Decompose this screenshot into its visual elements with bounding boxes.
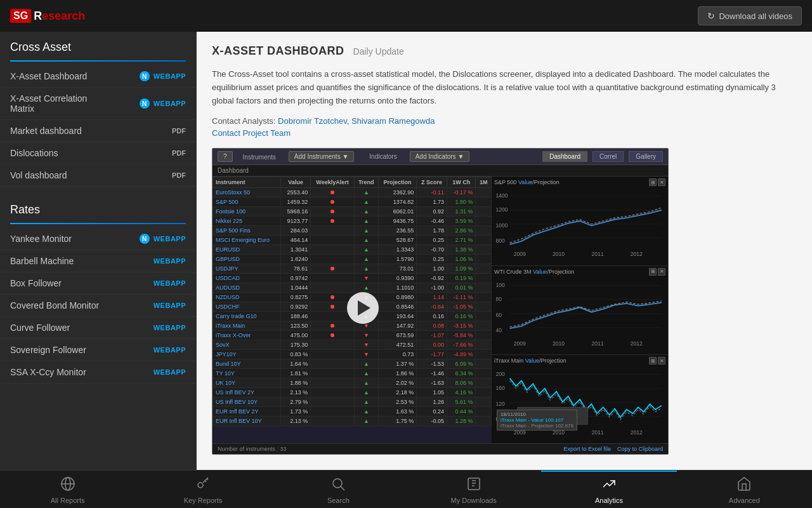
nav-key-reports-label: Key Reports xyxy=(184,497,223,504)
cell-alert xyxy=(311,226,355,236)
nav-analytics[interactable]: Analytics xyxy=(541,471,676,508)
dash-charts: S&P 500 Value/Projection ⊞ ✕ 1400 1200 1… xyxy=(492,177,668,443)
cell-zscore: 1.05 xyxy=(417,388,447,398)
cell-trend: ▲ xyxy=(354,407,378,417)
content-description: The Cross-Asset tool contains a cross-as… xyxy=(212,68,797,107)
sidebar-item-xasset-correlation[interactable]: X-Asset CorrelationMatrix N WEBAPP xyxy=(0,88,196,120)
chart2-close[interactable]: ✕ xyxy=(658,268,665,276)
cell-value: 2.13 % xyxy=(280,388,310,398)
cell-value: 475.00 xyxy=(280,331,310,340)
col-instrument: Instrument xyxy=(213,177,281,188)
cell-trend: ▲ xyxy=(354,264,378,274)
sidebar-item-dislocations[interactable]: Dislocations PDF xyxy=(0,142,196,164)
cell-instrument: USDJPY xyxy=(213,264,281,274)
cell-instrument: S&P 500 xyxy=(213,197,281,207)
chart3-expand[interactable]: ⊞ xyxy=(649,357,657,364)
sidebar-item-covered-bond[interactable]: Covered Bond Monitor WEBAPP xyxy=(0,295,196,317)
sidebar-item-vol-dashboard[interactable]: Vol dashboard PDF xyxy=(0,164,196,187)
webapp-badge-5: WEBAPP xyxy=(154,279,186,287)
sidebar-item-sovereign-follower[interactable]: Sovereign Follower WEBAPP xyxy=(0,339,196,361)
nav-my-downloads[interactable]: My Downloads xyxy=(406,471,541,508)
cell-value: 1.0444 xyxy=(280,283,310,293)
pdf-badge-2: PDF xyxy=(172,149,186,157)
cell-1m xyxy=(476,331,492,340)
chart-sp500-svg: 1400 1200 1000 800 2009 2010 2011 2012 xyxy=(494,187,665,260)
sidebar-item-yankee-monitor[interactable]: Yankee Monitor N WEBAPP xyxy=(0,228,196,250)
cell-value: 284.03 xyxy=(280,226,310,236)
cell-1m xyxy=(476,197,492,207)
table-row: SovX 175.30 ▼ 472.51 0.00 -7.66 % xyxy=(213,340,492,350)
cell-trend: ▲ xyxy=(354,378,378,388)
nav-search[interactable]: Search xyxy=(271,471,406,508)
table-row: Bund 10Y 1.64 % ▲ 1.37 % -1.53 6.09 % xyxy=(213,359,492,369)
nav-advanced[interactable]: Advanced xyxy=(677,471,812,508)
contact-project-link[interactable]: Contact Project Team xyxy=(212,128,291,138)
nav-key-reports[interactable]: Key Reports xyxy=(135,471,270,508)
cell-value: 0.8275 xyxy=(280,293,310,302)
chart1-expand[interactable]: ⊞ xyxy=(649,178,657,186)
add-indicators-button[interactable]: Add Indicators ▼ xyxy=(410,151,470,162)
cell-value: 0.83 % xyxy=(280,350,310,359)
cell-projection: 147.92 xyxy=(378,321,416,331)
cell-1m xyxy=(476,217,492,226)
dashboard-embed: ? Instruments Add Instruments ▼ Indicato… xyxy=(212,148,669,455)
tooltip-value: iTraxx Main - Value 100.107 xyxy=(501,417,573,423)
chart-wti: WTI Crude 3M Value/Projection ⊞ ✕ 100 80… xyxy=(492,266,668,355)
copy-clipboard-link[interactable]: Copy to Clipboard xyxy=(617,446,663,452)
chart1-close[interactable]: ✕ xyxy=(658,178,665,186)
col-weekly-alert: WeeklyAlert xyxy=(311,177,355,188)
add-instruments-button[interactable]: Add Instruments ▼ xyxy=(289,151,355,162)
cell-1wch: -0.17 % xyxy=(447,188,476,197)
nav-search-label: Search xyxy=(327,497,350,504)
cell-projection: 0.73 xyxy=(378,350,416,359)
chart2-expand[interactable]: ⊞ xyxy=(649,268,657,276)
sidebar-item-xasset-dashboard[interactable]: X-Asset Dashboard N WEBAPP xyxy=(0,65,196,88)
table-row: AUDUSD 1.0444 ▲ 1.1010 -1.00 0.01 % xyxy=(213,283,492,293)
logo: SG Research xyxy=(10,9,85,23)
cell-1wch: 4.16 % xyxy=(447,388,476,398)
svg-text:800: 800 xyxy=(495,238,505,244)
cell-alert xyxy=(311,283,355,293)
tab-correl[interactable]: Correl xyxy=(593,151,624,162)
cell-instrument: Nikkei 225 xyxy=(213,217,281,226)
sidebar-item-barbell-machine[interactable]: Barbell Machine WEBAPP xyxy=(0,250,196,272)
sidebar-item-box-follower[interactable]: Box Follower WEBAPP xyxy=(0,272,196,295)
export-excel-link[interactable]: Export to Excel file xyxy=(563,446,611,452)
analyst-2-link[interactable]: Shivaram Ramegowda xyxy=(351,116,435,126)
sidebar-item-ssa-xccy[interactable]: SSA X-Ccy Monitor WEBAPP xyxy=(0,361,196,384)
nav-analytics-label: Analytics xyxy=(595,497,623,504)
sidebar-item-curve-follower[interactable]: Curve Follower WEBAPP xyxy=(0,317,196,339)
header: SG Research ↻ Download all videos xyxy=(0,0,812,32)
svg-text:2009: 2009 xyxy=(514,251,526,258)
cell-alert xyxy=(311,369,355,378)
svg-text:2011: 2011 xyxy=(591,251,603,258)
cell-1m xyxy=(476,340,492,350)
play-button[interactable] xyxy=(347,292,379,324)
nav-all-reports[interactable]: All Reports xyxy=(0,471,135,508)
downloads-icon xyxy=(466,476,481,494)
tab-dashboard[interactable]: Dashboard xyxy=(542,151,587,162)
download-all-videos-button[interactable]: ↻ Download all videos xyxy=(698,6,802,25)
pdf-badge-1: PDF xyxy=(172,127,186,135)
sidebar-item-market-dashboard[interactable]: Market dashboard PDF xyxy=(0,120,196,142)
cell-instrument: NZDUSD xyxy=(213,293,281,302)
cell-value: 1.6240 xyxy=(280,255,310,264)
cell-alert xyxy=(311,417,355,426)
cell-1wch: -4.89 % xyxy=(447,350,476,359)
cell-projection: 73.01 xyxy=(378,264,416,274)
chart3-close[interactable]: ✕ xyxy=(658,357,665,364)
main-content: Cross Asset X-Asset Dashboard N WEBAPP X… xyxy=(0,32,812,470)
cell-1wch: 6.09 % xyxy=(447,359,476,369)
analyst-1-link[interactable]: Dobromir Tzotchev xyxy=(278,116,347,126)
help-button[interactable]: ? xyxy=(218,151,233,162)
cell-trend: ▲ xyxy=(354,197,378,207)
cell-value: 0.9742 xyxy=(280,274,310,283)
cell-zscore: -0.05 xyxy=(417,417,447,426)
sidebar-section2-divider xyxy=(10,223,186,224)
cell-zscore: -0.11 xyxy=(417,188,447,197)
svg-text:2012: 2012 xyxy=(631,429,643,436)
content-title: X-ASSET DASHBOARD xyxy=(212,44,344,58)
pdf-badge-3: PDF xyxy=(172,171,186,179)
tab-gallery[interactable]: Gallery xyxy=(629,151,663,162)
cell-instrument: JPY10Y xyxy=(213,350,281,359)
